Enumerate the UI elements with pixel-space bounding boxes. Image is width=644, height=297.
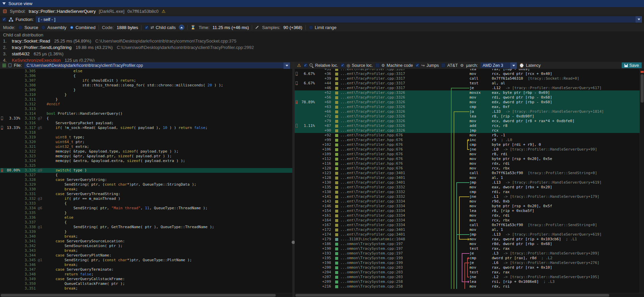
assembly-line[interactable]: +130...ent\TracyProfiler.cpp:3401jmp.L13… [295, 180, 640, 185]
source-line[interactable]: 3,321 uint32_t extra; [0, 144, 292, 149]
source-line[interactable]: 3,309 } [0, 88, 292, 92]
assembly-line[interactable]: +79...ent\TracyProfiler.cpp:3326movecx, … [295, 119, 640, 124]
chevron-down-icon[interactable] [636, 16, 642, 23]
assembly-line[interactable]: +66...ent\TracyProfiler.cpp:3326ja.L33->… [295, 109, 640, 114]
source-line[interactable]: 3,311 } [0, 97, 292, 102]
source-line[interactable]: 3,307 if( shouldExit ) return; [0, 78, 292, 83]
source-line[interactable]: 3,331 case ServerQueryThreadString: [0, 192, 292, 196]
uarch-combo[interactable]: AMD Zen 3 [480, 62, 517, 68]
assembly-line[interactable]: +200...ommon\TracySystem.cpp:203movrax, … [295, 265, 640, 270]
source-line[interactable]: 3,310 } [0, 92, 292, 97]
source-line[interactable]: 3,351 break; [0, 286, 292, 291]
limit-range-checkbox[interactable]: Limit range [309, 25, 337, 30]
assembly-line[interactable]: +209...ommon\TracySystem.cpp:258learsi, … [295, 279, 640, 284]
source-line[interactable]: 80.00%3,326@9 switch( type ) [0, 168, 292, 173]
assembly-line[interactable]: +112...ent\TracyProfiler.hpp:676movbyte … [295, 157, 640, 161]
source-line[interactable]: 3,348 return false; [0, 272, 292, 277]
assembly-line[interactable]: +179....31103\include\atomic:1048movrax,… [295, 237, 640, 242]
assembly-line[interactable]: +109...ent\TracyProfiler.hpp:676movr8, r… [295, 152, 640, 157]
assembly-code-area[interactable]: +31...ent\TracyProfiler.cpp:3317learax, … [295, 69, 640, 293]
source-line[interactable]: 3,329 SendString( ptr, (const char*)ptr,… [0, 182, 292, 187]
source-line[interactable]: 3,314bool Profiler::HandleServerQuery() [0, 111, 292, 116]
assembly-line[interactable]: 1.11%+87...ent\TracyProfiler.cpp:3326add… [295, 124, 640, 128]
source-line[interactable]: 3,349 case ServerQueryCallstackFrame: [0, 277, 292, 281]
assembly-line[interactable]: +52...ent\TracyProfiler.cpp:3326movzxeax… [295, 90, 640, 95]
assembly-line[interactable]: +116...ent\TracyProfiler.hpp:676movrdx, … [295, 161, 640, 166]
function-combo[interactable]: [ - self - ] [36, 16, 642, 23]
assembly-line[interactable]: +204...ommon\TracySystem.cpp:203testrax,… [295, 270, 640, 275]
assembly-line[interactable]: +135...ent\TracyProfiler.cpp:3332moveax,… [295, 185, 640, 190]
assembly-line[interactable]: +190...ommon\TracySystem.cpp:197testrax,… [295, 246, 640, 251]
assembly-line[interactable]: +90...ent\TracyProfiler.cpp:3326jmprcx [295, 128, 640, 133]
source-line[interactable]: 3,306 { [0, 74, 292, 78]
source-line[interactable]: 3,325 [0, 163, 292, 168]
chevron-down-icon[interactable] [284, 62, 290, 69]
scrollbar-thumb[interactable] [1, 294, 276, 297]
assembly-line[interactable]: +154...ent\TracyProfiler.cpp:3334lear8, … [295, 209, 640, 213]
source-code-area[interactable]: 3,305 else3,306 {3,307 if( shouldExit ) … [0, 69, 292, 293]
relative-loc-checkbox[interactable]: Relative loc. [303, 63, 338, 68]
scrollbar-thumb[interactable] [641, 74, 644, 103]
assembly-line[interactable]: 6.67%+44...ent\TracyProfiler.cpp:3317tes… [295, 81, 640, 86]
mode-radio-assembly[interactable]: Assembly [41, 25, 66, 30]
source-line[interactable]: 3,330 break; [0, 187, 292, 192]
source-line[interactable]: 3,313 [0, 107, 292, 111]
assembly-line[interactable]: +63...ent\TracyProfiler.cpp:3326cmpeax, … [295, 105, 640, 109]
source-line[interactable]: 3,345@1 SendString( ptr, (const char*)pt… [0, 258, 292, 263]
source-line[interactable]: 13.33%3,317@5 if( !m_sock->Read( &payloa… [0, 126, 292, 130]
source-line[interactable]: 3,335 } [0, 211, 292, 215]
att-syntax-checkbox[interactable]: AT&T [441, 63, 458, 68]
source-line[interactable]: 3,312#endif [0, 102, 292, 107]
assembly-line[interactable]: +174...ent\TracyProfiler.cpp:3401jmp.L13… [295, 232, 640, 237]
assembly-line[interactable]: +207...ommon\TracySystem.cpp:203jne.L2->… [295, 275, 640, 279]
source-line[interactable]: 3,322 memcpy( &type, &payload.type, size… [0, 149, 292, 154]
source-line[interactable]: 3,344 case ServerQueryPlotName: [0, 253, 292, 258]
function-checkbox[interactable] [2, 17, 6, 22]
assembly-line[interactable]: +167...ent\TracyProfiler.cpp:3334call0x7… [295, 223, 640, 227]
assembly-line[interactable]: 6.67%+36...ent\TracyProfiler.cpp:3317mov… [295, 72, 640, 76]
source-line[interactable]: 3,333 { [0, 201, 292, 206]
machine-code-checkbox[interactable]: ⚙Machine code [375, 63, 413, 68]
assembly-line[interactable]: +123...ent\TracyProfiler.cpp:3401call0x7… [295, 171, 640, 176]
source-line[interactable]: 3,346 break; [0, 263, 292, 267]
assembly-line[interactable]: +216...ommon\TracySystem.cpp:258movrdx, … [295, 284, 640, 289]
source-line[interactable]: 3,343 break; [0, 248, 292, 253]
save-button[interactable]: Save [622, 62, 642, 68]
source-loc-checkbox[interactable]: ◎Source loc. [341, 63, 373, 68]
assembly-line[interactable]: +138...ent\TracyProfiler.cpp:3332cmprdi,… [295, 190, 640, 194]
source-line[interactable]: 3,336 else [0, 215, 292, 220]
title-bar[interactable]: Source view [0, 0, 644, 7]
chevron-down-icon[interactable] [510, 62, 517, 69]
latency-toggle[interactable]: ⌚Latency [519, 63, 541, 68]
source-line[interactable]: 3,337 { [0, 220, 292, 225]
source-line[interactable]: 3.33%3,315@7{ [0, 116, 292, 121]
jumps-checkbox[interactable]: ↪Jumps [415, 63, 439, 68]
source-line[interactable]: 3,316 ServerQueryPacket payload; [0, 121, 292, 126]
source-line[interactable]: 3,327 { [0, 173, 292, 178]
source-line[interactable]: 3,319 uint8_t type; [0, 135, 292, 140]
assembly-line[interactable]: +143...ent\TracyProfiler.cpp:3334movr9d,… [295, 199, 640, 204]
mode-radio-combined[interactable]: Combined [70, 25, 96, 30]
assembly-line[interactable]: +164...ent\TracyProfiler.cpp:3334movrcx,… [295, 218, 640, 223]
pane-splitter[interactable] [292, 62, 295, 297]
child-calls-up-button[interactable] [179, 25, 184, 30]
source-line[interactable]: 3,342 SendSourceLocation( ptr ); [0, 244, 292, 248]
source-horizontal-scrollbar[interactable] [0, 293, 292, 297]
scrollbar-thumb[interactable] [295, 294, 609, 297]
child-calls-checkbox[interactable]: ⇄Child calls [144, 25, 176, 30]
assembly-line[interactable]: +195...ommon\TracySystem.cpp:199cmpdword… [295, 256, 640, 261]
source-line[interactable]: 3,318 [0, 130, 292, 135]
source-line[interactable]: 3,328 case ServerQueryString: [0, 178, 292, 182]
child-call-item[interactable]: 3.stat64i32625 μs (1.36%) [3, 51, 641, 57]
source-line[interactable]: 3,334@6 SendString( ptr, "Main thread", … [0, 206, 292, 211]
assembly-line[interactable]: +146...ent\TracyProfiler.cpp:3334movbyte… [295, 204, 640, 209]
assembly-line[interactable]: +106...ent\TracyProfiler.hpp:676jne.L0->… [295, 147, 640, 152]
assembly-line[interactable]: +46...ent\TracyProfiler.cpp:3317je.L12->… [295, 86, 640, 90]
assembly-line[interactable]: +172...ent\TracyProfiler.cpp:3401moval, … [295, 227, 640, 232]
file-combo[interactable]: C:\Users\wolf\Desktop\darkrl\contrib\tra… [24, 62, 290, 68]
child-call-item[interactable]: 4.KeSynchronizeExecution125 μs (0.27%) [3, 57, 641, 62]
assembly-line[interactable]: +92...ent\TracyProfiler.hpp:676movr9, -1 [295, 133, 640, 138]
assembly-line[interactable]: +31...ent\TracyProfiler.cpp:3317learax, … [295, 69, 640, 72]
mode-radio-source[interactable]: Source [18, 25, 38, 30]
assembly-line[interactable]: 78.89%+60...ent\TracyProfiler.cpp:3326mo… [295, 100, 640, 105]
